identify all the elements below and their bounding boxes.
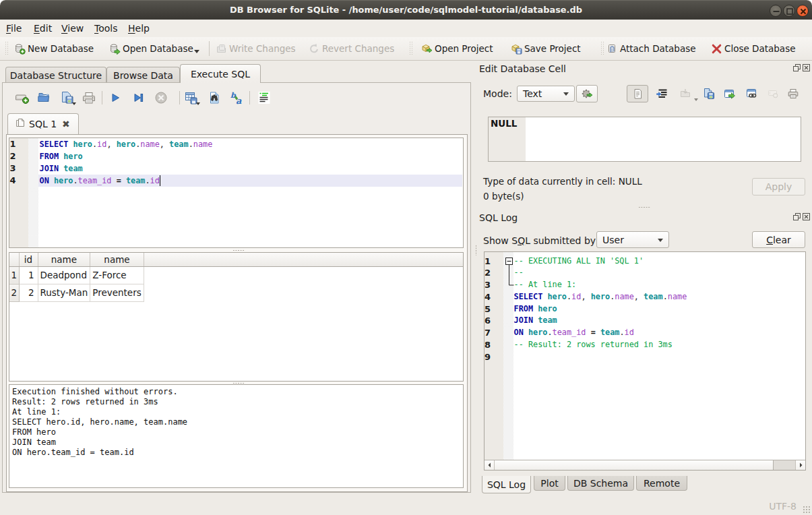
- scrollbar-thumb[interactable]: [773, 460, 797, 470]
- sql-tab-label: SQL 1: [29, 119, 57, 129]
- toolbar-handle[interactable]: [5, 41, 9, 56]
- cell[interactable]: Deadpond: [38, 266, 90, 284]
- splitter-cell-log[interactable]: [638, 206, 651, 208]
- menu-edit[interactable]: Edit: [34, 22, 52, 36]
- bottom-tab-sql-log[interactable]: SQL Log: [482, 476, 531, 493]
- splitter-editor-results[interactable]: [232, 249, 245, 251]
- import-file-dropdown-arrow[interactable]: [694, 98, 698, 101]
- clear-log-button[interactable]: Clear: [752, 231, 805, 248]
- log-line: [514, 351, 687, 363]
- table-row[interactable]: 22Rusty-ManPreventers: [9, 284, 144, 301]
- new-sql-tab-icon[interactable]: [15, 90, 30, 107]
- scroll-left-button[interactable]: [485, 460, 495, 470]
- toolbar-handle[interactable]: [600, 41, 604, 56]
- minimize-button[interactable]: [770, 5, 782, 17]
- execute-sql-pane: ba SQL 1 ✖ 1234 SELECT hero.id, hero.nam…: [2, 82, 471, 493]
- sql-tab-close-icon[interactable]: ✖: [62, 119, 70, 129]
- sql-editor[interactable]: 1234 SELECT hero.id, hero.name, team.nam…: [9, 138, 464, 248]
- bottom-tab-remote[interactable]: Remote: [636, 476, 687, 491]
- cell[interactable]: 2: [19, 284, 38, 301]
- sql-log-view[interactable]: 123456789 -- EXECUTING ALL IN 'SQL 1'---…: [484, 251, 807, 471]
- maximize-button[interactable]: [783, 5, 795, 17]
- cell[interactable]: Preventers: [90, 284, 144, 301]
- sql-log-dock-icons: [793, 213, 810, 220]
- right-pane: Edit Database Cell Mode: Text NULL Type …: [475, 61, 812, 495]
- log-line: ON hero.team_id = team.id: [514, 327, 687, 339]
- open-database-button[interactable]: Open Database: [109, 37, 193, 60]
- stop-icon[interactable]: [154, 90, 168, 107]
- title-bar[interactable]: DB Browser for SQLite - /home/user/code/…: [0, 0, 812, 20]
- cell-value: NULL: [491, 118, 517, 129]
- import-settings-button[interactable]: [576, 85, 598, 102]
- mode-combobox[interactable]: Text: [517, 86, 575, 102]
- line-number: 4: [485, 291, 503, 303]
- close-panel-icon[interactable]: [803, 213, 810, 220]
- revert-changes-button[interactable]: Revert Changes: [309, 37, 394, 60]
- execute-line-icon[interactable]: [131, 90, 146, 107]
- execute-all-icon[interactable]: [108, 90, 123, 107]
- print-cell-button[interactable]: [784, 85, 803, 102]
- column-header-id[interactable]: id: [19, 253, 38, 266]
- toolbar-handle[interactable]: [409, 41, 413, 56]
- sql-editor-tab[interactable]: SQL 1 ✖: [7, 113, 79, 134]
- export-results-dropdown-arrow[interactable]: [196, 102, 200, 105]
- format-sql-icon[interactable]: [257, 90, 272, 107]
- bottom-tab-plot[interactable]: Plot: [534, 476, 565, 491]
- row-header[interactable]: 2: [9, 284, 19, 301]
- attach-database-button[interactable]: Attach Database: [606, 37, 696, 60]
- cell-editor[interactable]: NULL: [488, 117, 801, 162]
- close-panel-icon[interactable]: [803, 64, 810, 71]
- menu-help[interactable]: Help: [128, 22, 150, 36]
- cell[interactable]: Z-Force: [90, 266, 144, 284]
- tab-database-structure[interactable]: Database Structure: [5, 67, 106, 83]
- cell-type-label: Type of data currently in cell: NULL: [483, 176, 642, 187]
- row-header[interactable]: 1: [9, 266, 19, 284]
- apply-button[interactable]: Apply: [752, 178, 805, 195]
- resize-grip[interactable]: [803, 506, 811, 514]
- column-header-name[interactable]: name: [38, 253, 90, 266]
- tab-browse-data[interactable]: Browse Data: [106, 67, 180, 83]
- open-project-button[interactable]: Open Project: [421, 37, 493, 60]
- execution-status[interactable]: Execution finished without errors. Resul…: [9, 384, 464, 488]
- export-file-button[interactable]: [720, 85, 739, 102]
- open-sql-file-icon[interactable]: [36, 90, 51, 107]
- find-replace-icon[interactable]: ba: [229, 90, 244, 107]
- log-line: FROM hero: [514, 303, 687, 315]
- save-as-button[interactable]: [700, 85, 718, 102]
- open-database-dropdown-arrow[interactable]: [194, 50, 199, 53]
- print-sql-icon[interactable]: [82, 90, 96, 107]
- table-row[interactable]: 11DeadpondZ-Force: [9, 266, 144, 284]
- menu-file[interactable]: File: [6, 22, 22, 36]
- line-number: 3: [485, 279, 503, 291]
- import-file-button[interactable]: [675, 85, 695, 102]
- editor-fold-margin: [28, 138, 38, 247]
- view-text-button[interactable]: [627, 85, 648, 102]
- column-header-name[interactable]: name: [90, 253, 144, 266]
- copy-link-button[interactable]: [743, 85, 761, 102]
- log-horizontal-scrollbar[interactable]: [485, 460, 806, 470]
- set-null-button[interactable]: [765, 85, 781, 102]
- log-filter-combobox[interactable]: User: [596, 231, 669, 248]
- save-sql-file-dropdown-arrow[interactable]: [72, 102, 76, 105]
- scroll-right-button[interactable]: [795, 460, 805, 470]
- word-wrap-button[interactable]: [653, 85, 670, 102]
- menu-tools[interactable]: Tools: [94, 22, 118, 36]
- new-database-button[interactable]: New Database: [14, 37, 94, 60]
- write-changes-button[interactable]: Write Changes: [216, 37, 296, 60]
- float-icon[interactable]: [793, 213, 801, 220]
- close-button[interactable]: [797, 5, 809, 17]
- editor-code[interactable]: SELECT hero.id, hero.name, team.nameFROM…: [38, 138, 213, 247]
- results-table[interactable]: idnamename11DeadpondZ-Force22Rusty-ManPr…: [9, 253, 144, 302]
- cell[interactable]: Rusty-Man: [38, 284, 90, 301]
- save-project-button[interactable]: Save Project: [511, 37, 581, 60]
- corner-header: [9, 253, 19, 266]
- float-icon[interactable]: [793, 64, 801, 71]
- tab-execute-sql[interactable]: Execute SQL: [180, 64, 261, 83]
- code-line: JOIN team: [40, 162, 213, 175]
- close-database-button[interactable]: Close Database: [711, 37, 795, 60]
- find-icon[interactable]: [207, 90, 222, 107]
- bottom-tab-db-schema[interactable]: DB Schema: [567, 476, 634, 491]
- menu-view[interactable]: View: [61, 22, 84, 36]
- log-fold-margin: [503, 252, 514, 470]
- cell[interactable]: 1: [19, 266, 38, 284]
